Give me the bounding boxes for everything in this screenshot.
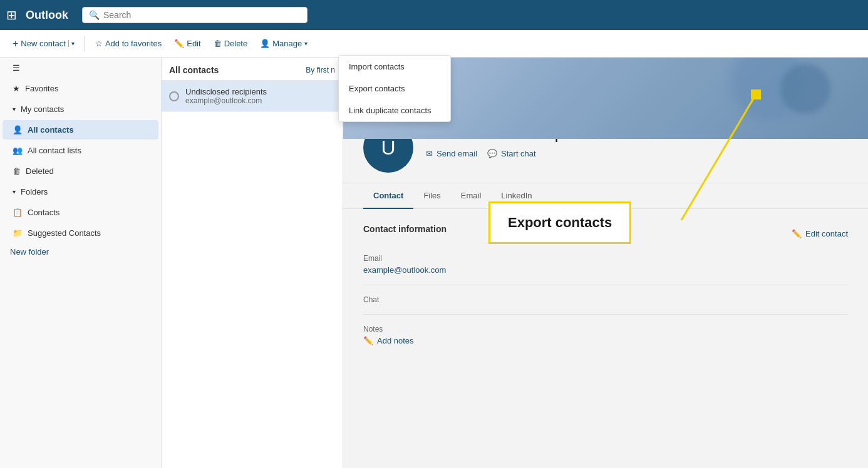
notes-row: Notes ✏️ Add notes: [363, 325, 848, 345]
sidebar-item-my-contacts[interactable]: ▾ My contacts: [3, 99, 158, 119]
sidebar-item-hamburger[interactable]: ☰: [3, 58, 158, 78]
detail-content: Contact information ✏️ Edit contact Emai…: [343, 209, 868, 370]
email-icon: ✉: [426, 149, 433, 158]
chat-row: Chat: [363, 295, 848, 304]
list-icon: 👥: [13, 146, 23, 155]
manage-icon: 👤: [260, 39, 270, 48]
suggested-contacts-icon: 📁: [13, 228, 23, 238]
star-icon: ★: [13, 84, 20, 93]
trash-icon: 🗑: [13, 166, 21, 176]
tab-files[interactable]: Files: [413, 183, 450, 209]
contact-list-panel: All contacts By first n Undisclosed reci…: [162, 58, 343, 468]
trash-icon: 🗑: [214, 39, 222, 48]
sidebar-item-contacts[interactable]: 📋 Contacts: [3, 203, 158, 222]
sidebar-item-deleted[interactable]: 🗑 Deleted: [3, 161, 158, 181]
person-icon: 👤: [13, 125, 23, 135]
sidebar: ☰ ★ Favorites ▾ My contacts 👤 All contac…: [0, 58, 162, 468]
delete-button[interactable]: 🗑 Delete: [209, 36, 253, 51]
add-to-favorites-button[interactable]: ☆ Add to favorites: [90, 36, 167, 51]
export-contacts-item[interactable]: Export contacts: [339, 78, 450, 99]
contact-list-title: All contacts: [169, 65, 219, 75]
sidebar-item-folders[interactable]: ▾ Folders: [3, 182, 158, 201]
notes-label: Notes: [363, 325, 848, 333]
contact-list-header: All contacts By first n: [162, 58, 343, 81]
detail-actions: ✉ Send email 💬 Start chat: [426, 149, 848, 158]
add-notes-button[interactable]: ✏️ Add notes: [363, 336, 414, 345]
app-logo: Outlook: [26, 9, 68, 22]
divider1: [363, 285, 848, 285]
new-contact-dropdown-icon[interactable]: ▾: [68, 40, 75, 47]
sidebar-item-suggested-contacts[interactable]: 📁 Suggested Contacts: [3, 223, 158, 243]
import-contacts-item[interactable]: Import contacts: [339, 56, 450, 78]
sidebar-item-all-contacts[interactable]: 👤 All contacts: [3, 120, 158, 140]
contact-folder-icon: 📋: [13, 208, 23, 217]
tab-email[interactable]: Email: [451, 183, 492, 209]
chat-icon: 💬: [487, 149, 497, 158]
toolbar-divider: [85, 36, 85, 51]
section-header: Contact information ✏️ Edit contact: [363, 224, 848, 244]
avatar-letter: U: [381, 136, 395, 160]
divider2: [363, 314, 848, 315]
sort-label[interactable]: By first n: [306, 66, 335, 74]
contact-info: Undisclosed recipients example@outlook.c…: [185, 87, 335, 105]
new-folder-link[interactable]: New folder: [0, 243, 161, 260]
search-icon: 🔍: [89, 10, 100, 20]
pencil-icon: ✏️: [363, 336, 373, 345]
manage-button[interactable]: 👤 Manage ▾: [255, 36, 313, 51]
contact-item-undisclosed[interactable]: Undisclosed recipients example@outlook.c…: [162, 81, 343, 112]
contact-email: example@outlook.com: [185, 96, 335, 105]
email-label: Email: [363, 254, 848, 263]
send-email-button[interactable]: ✉ Send email: [426, 149, 477, 158]
plus-icon: +: [13, 38, 18, 49]
pencil-icon: ✏️: [792, 229, 802, 238]
tab-linkedin[interactable]: LinkedIn: [491, 183, 542, 209]
star-icon: ☆: [95, 39, 103, 48]
chat-label: Chat: [363, 295, 848, 304]
edit-button[interactable]: ✏️ Edit: [169, 36, 205, 51]
start-chat-button[interactable]: 💬 Start chat: [487, 149, 536, 158]
detail-tabs: Contact Files Email LinkedIn: [343, 183, 868, 209]
link-duplicate-contacts-item[interactable]: Link duplicate contacts: [339, 99, 450, 121]
chevron-down-icon: ▾: [13, 188, 16, 195]
search-box[interactable]: 🔍: [82, 7, 307, 23]
top-bar: ⊞ Outlook 🔍: [0, 0, 868, 30]
email-row: Email example@outlook.com: [363, 254, 848, 275]
hamburger-icon: ☰: [13, 63, 20, 73]
tab-contact[interactable]: Contact: [363, 183, 413, 209]
contact-info-title: Contact information: [363, 224, 447, 234]
search-input[interactable]: [103, 10, 301, 20]
contact-name: Undisclosed recipients: [185, 87, 335, 96]
contact-radio: [169, 91, 179, 101]
sidebar-item-favorites[interactable]: ★ Favorites: [3, 79, 158, 98]
chevron-down-icon: ▾: [13, 106, 16, 113]
manage-chevron-icon: ▾: [304, 40, 307, 47]
new-contact-button[interactable]: + New contact ▾: [8, 36, 80, 52]
edit-contact-button[interactable]: ✏️ Edit contact: [792, 229, 848, 238]
toolbar: + New contact ▾ ☆ Add to favorites ✏️ Ed…: [0, 30, 868, 58]
manage-dropdown-menu: Import contacts Export contacts Link dup…: [338, 55, 451, 122]
grid-icon[interactable]: ⊞: [6, 8, 17, 23]
manage-dropdown-wrapper: 👤 Manage ▾ Import contacts Export contac…: [255, 36, 313, 51]
edit-icon: ✏️: [174, 39, 184, 48]
sidebar-item-all-contact-lists[interactable]: 👥 All contact lists: [3, 141, 158, 160]
email-value[interactable]: example@outlook.com: [363, 265, 848, 275]
